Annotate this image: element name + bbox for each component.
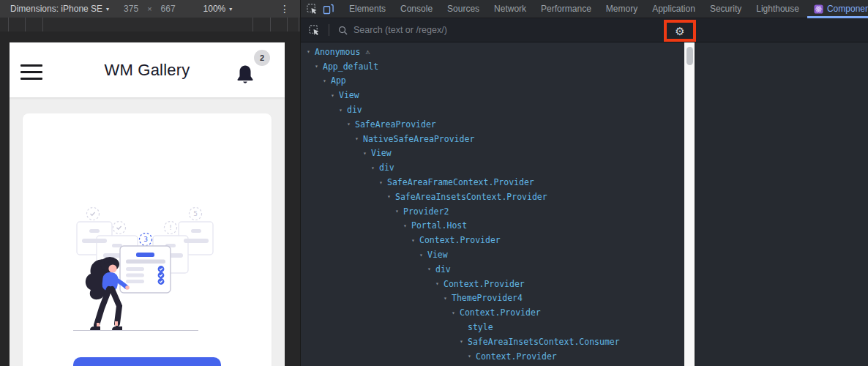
device-toolbar-icon[interactable]: [323, 3, 334, 15]
tree-row-safeareainsetscontext.consumer[interactable]: ▾SafeAreaInsetsContext.Consumer: [301, 335, 684, 349]
expand-arrow-icon[interactable]: ▾: [307, 48, 315, 55]
expand-arrow-icon[interactable]: ▾: [379, 179, 387, 186]
expand-arrow-icon[interactable]: ▾: [355, 135, 363, 142]
tree-row-portal.host[interactable]: ▾Portal.Host: [301, 219, 684, 234]
search-input[interactable]: [353, 25, 588, 35]
expand-arrow-icon[interactable]: ▾: [419, 252, 427, 258]
tree-row-div[interactable]: ▾div: [301, 102, 684, 117]
tab-sources[interactable]: Sources: [440, 0, 487, 18]
component-name: NativeSafeAreaProvider: [363, 134, 474, 144]
components-search-bar: ⚙: [301, 18, 868, 42]
tree-row-app[interactable]: ▾App: [301, 74, 684, 89]
kebab-menu-icon[interactable]: ⋮: [280, 3, 290, 15]
tab-memory[interactable]: Memory: [599, 0, 645, 18]
component-name: Provider2: [403, 206, 449, 217]
expand-arrow-icon[interactable]: ▾: [444, 295, 452, 302]
hamburger-menu-icon[interactable]: [20, 64, 42, 80]
tree-row-safeareaprovider[interactable]: ▾SafeAreaProvider: [301, 117, 684, 132]
component-name: style: [468, 322, 493, 332]
screenshot-root: Dimensions: iPhone SE ▾ 375 × 667 100% ▾…: [0, 0, 868, 366]
tab-label: Components: [827, 4, 868, 14]
tree-row-view[interactable]: ▾View: [301, 247, 684, 262]
tree-row-view[interactable]: ▾View: [301, 88, 684, 102]
component-name: App: [331, 75, 346, 86]
primary-button[interactable]: [73, 357, 221, 366]
tree-row-style[interactable]: ▾style: [301, 320, 684, 335]
tab-application[interactable]: Application: [645, 0, 703, 18]
dropdown-arrow-icon: ▾: [106, 6, 109, 12]
component-name: View: [371, 148, 392, 158]
expand-arrow-icon[interactable]: ▾: [315, 63, 323, 70]
scrollbar-thumb[interactable]: [686, 47, 693, 65]
tree-row-div[interactable]: ▾div: [301, 262, 684, 277]
inspect-element-icon[interactable]: [307, 3, 318, 15]
empty-state-illustration: ! 5 3: [61, 206, 237, 337]
tab-label: Security: [710, 4, 741, 14]
expand-arrow-icon[interactable]: ▾: [411, 237, 419, 244]
tab-components[interactable]: Components: [807, 0, 868, 18]
scrollbar-track[interactable]: [684, 42, 695, 366]
tree-row-anonymous[interactable]: ▾Anonymous⚠: [301, 45, 684, 59]
content-card: ! 5 3: [23, 113, 272, 366]
tab-console[interactable]: Console: [393, 0, 440, 18]
tree-row-nativesafeareaprovider[interactable]: ▾NativeSafeAreaProvider: [301, 132, 684, 146]
tree-row-themeprovider4[interactable]: ▾ThemeProvider4: [301, 291, 684, 306]
notification-badge: 2: [254, 50, 270, 66]
device-width-field[interactable]: 375: [124, 4, 138, 14]
tab-security[interactable]: Security: [703, 0, 749, 18]
expand-arrow-icon[interactable]: ▾: [468, 353, 476, 359]
tab-label: Sources: [447, 4, 479, 14]
component-name: App_default: [323, 61, 378, 72]
expand-arrow-icon[interactable]: ▾: [347, 121, 355, 127]
toolbar-divider: [329, 24, 329, 36]
expand-arrow-icon[interactable]: ▾: [427, 266, 435, 272]
expand-arrow-icon[interactable]: ▾: [452, 310, 460, 316]
gear-icon[interactable]: ⚙: [675, 26, 684, 37]
tree-row-view[interactable]: ▾View: [301, 146, 684, 161]
expand-arrow-icon[interactable]: ▾: [460, 338, 468, 345]
expand-arrow-icon[interactable]: ▾: [371, 165, 379, 171]
component-name: Context.Provider: [460, 307, 541, 318]
component-name: div: [379, 163, 394, 173]
tree-row-context.provider[interactable]: ▾Context.Provider: [301, 305, 684, 320]
tree-row-div[interactable]: ▾div: [301, 160, 684, 175]
tab-label: Console: [400, 4, 433, 14]
tree-row-context.provider[interactable]: ▾Context.Provider: [301, 349, 684, 364]
expand-arrow-icon[interactable]: ▾: [339, 107, 347, 113]
component-name: SafeAreaInsetsContext.Consumer: [468, 337, 620, 347]
tree-row-app_default[interactable]: ▾App_default: [301, 59, 684, 74]
tab-label: Network: [494, 4, 526, 14]
notifications-button[interactable]: 2: [233, 48, 274, 91]
expand-arrow-icon[interactable]: ▾: [331, 92, 339, 99]
expand-arrow-icon[interactable]: ▾: [403, 223, 411, 229]
tab-performance[interactable]: Performance: [534, 0, 599, 18]
expand-arrow-icon[interactable]: ▾: [323, 78, 331, 84]
dimensions-dropdown[interactable]: Dimensions: iPhone SE ▾: [10, 4, 109, 14]
props-panel-empty: [695, 42, 868, 366]
tree-row-context.provider[interactable]: ▾Context.Provider: [301, 233, 684, 247]
tab-label: Performance: [541, 4, 591, 14]
expand-arrow-icon[interactable]: ▾: [387, 193, 395, 200]
bell-icon: [236, 64, 255, 86]
tab-network[interactable]: Network: [487, 0, 534, 18]
tab-lighthouse[interactable]: Lighthouse: [749, 0, 807, 18]
zoom-dropdown[interactable]: 100% ▾: [203, 4, 233, 14]
tab-elements[interactable]: Elements: [342, 0, 393, 18]
select-component-icon[interactable]: [308, 24, 321, 37]
devtools-pane: ElementsConsoleSourcesNetworkPerformance…: [300, 0, 868, 366]
expand-arrow-icon[interactable]: ▾: [435, 280, 444, 287]
tree-row-safeareainsetscontext.provider[interactable]: ▾SafeAreaInsetsContext.Provider: [301, 190, 684, 204]
tree-row-provider2[interactable]: ▾Provider2: [301, 204, 684, 219]
expand-arrow-icon[interactable]: ▾: [395, 208, 403, 214]
react-icon: [814, 4, 823, 14]
tree-row-safeareaframecontext.provider[interactable]: ▾SafeAreaFrameContext.Provider: [301, 175, 684, 190]
component-name: View: [339, 90, 359, 100]
device-height-field[interactable]: 667: [161, 4, 176, 14]
component-name: SafeAreaFrameContext.Provider: [387, 177, 534, 187]
tree-row-context.provider[interactable]: ▾Context.Provider: [301, 277, 684, 291]
component-name: Portal.Host: [411, 220, 467, 231]
tab-label: Elements: [349, 4, 386, 14]
component-name: Context.Provider: [419, 235, 501, 245]
expand-arrow-icon[interactable]: ▾: [363, 150, 371, 157]
zoom-value: 100%: [203, 4, 226, 14]
